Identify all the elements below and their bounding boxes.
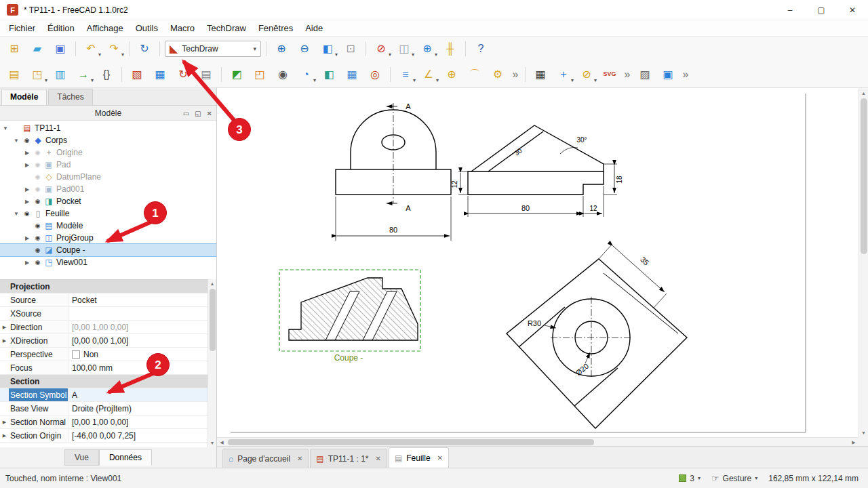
side-dim-width[interactable]: 80 — [521, 204, 530, 212]
front-view[interactable]: A A 80 — [336, 102, 451, 241]
tree-expander-icon[interactable]: ▼ — [1, 125, 9, 131]
tab-tp11-1[interactable]: ▤ TP11-1 : 1* ✕ — [310, 449, 387, 468]
visibility-eye-icon[interactable]: ◉ — [23, 137, 31, 144]
td-projection-group-button[interactable]: ▦ ▾ — [150, 65, 170, 84]
property-row-focus[interactable]: ▶ Focus 100,00 mm — [0, 361, 208, 375]
side-dim-step[interactable]: 12 — [589, 205, 597, 212]
tree-expander-icon[interactable]: ▶ — [23, 199, 31, 205]
td-toggle-frames-button[interactable]: ▦ ▾ — [530, 65, 551, 84]
scroll-up-icon[interactable]: ▲ — [859, 88, 868, 98]
section-view-label[interactable]: Coupe - — [334, 353, 363, 363]
clipping-plane-button[interactable]: ⊘ ▾ — [371, 39, 391, 58]
zoom-out-button[interactable]: ⊖ ▾ — [294, 39, 315, 58]
menu-edition[interactable]: Édition — [41, 21, 81, 35]
property-value[interactable]: [0,00 1,00 0,00] — [68, 321, 208, 333]
visibility-eye-icon[interactable]: ◉ — [34, 161, 41, 168]
scroll-down-icon[interactable]: ▼ — [859, 428, 868, 437]
td-detail-view-button[interactable]: ◔ ▾ — [296, 65, 316, 84]
td-customize-format-button[interactable]: ⚙ ▾ — [488, 65, 508, 84]
menu-affichage[interactable]: Affichage — [81, 21, 130, 35]
property-row-section-origin[interactable]: ▶ Section Origin [-46,00 0,00 7,25] — [0, 429, 208, 443]
tree-item-projgroup[interactable]: ▶ ◉ ◫ ProjGroup — [0, 232, 216, 244]
td-hatch-button[interactable]: ▨ ▾ — [635, 65, 655, 84]
tree-item-tp11-1[interactable]: ▼ ◉ ▤ TP11-1 — [0, 122, 216, 134]
tree-item-datumplane[interactable]: ◉ ◇ DatumPlane — [0, 171, 216, 183]
td-new-default-page-button[interactable]: ▤ ▾ — [4, 65, 24, 84]
menu-aide[interactable]: Aide — [299, 21, 329, 35]
property-row-source[interactable]: ▶ Source Pocket — [0, 293, 208, 307]
property-row-section-symbol[interactable]: ▶ Section Symbol A — [0, 388, 208, 402]
property-row-direction[interactable]: ▶ Direction [0,00 1,00 0,00] — [0, 321, 208, 334]
property-expand-icon[interactable]: ▶ — [0, 325, 9, 330]
style-selector[interactable]: 3 ▾ — [679, 474, 701, 483]
close-icon[interactable]: ✕ — [375, 455, 380, 462]
property-value[interactable]: [-46,00 0,00 7,25] — [68, 429, 208, 442]
close-icon[interactable]: ✕ — [297, 455, 302, 462]
visibility-eye-icon[interactable]: ◉ — [34, 235, 41, 241]
tab-page-accueil[interactable]: ⌂ Page d'accueil ✕ — [222, 449, 309, 468]
front-dim-width[interactable]: 80 — [389, 226, 397, 234]
tab-modele[interactable]: Modèle — [1, 89, 47, 105]
open-document-button[interactable]: ▰ ▾ — [27, 39, 47, 58]
tree-item-origine[interactable]: ▶ ◉ + Origine — [0, 146, 216, 159]
td-leader-line-button[interactable]: ⌒ ▾ — [465, 65, 485, 84]
tree-expander-icon[interactable]: ▶ — [23, 150, 31, 156]
auxiliary-view[interactable]: R30 Ø20 35 — [507, 245, 687, 428]
scrollbar-thumb[interactable] — [210, 289, 216, 351]
property-expand-icon[interactable]: ▶ — [0, 433, 9, 439]
property-value[interactable]: Droite (ProjItem) — [68, 402, 208, 415]
tree-item-feuille[interactable]: ▼ ◉ ▯ Feuille — [0, 207, 216, 220]
tree-item-pocket[interactable]: ▶ ◉ ◨ Pocket — [0, 195, 216, 207]
refresh-button[interactable]: ↻ ▾ — [134, 39, 155, 58]
property-row-xdirection[interactable]: ▶ XDirection [0,00 0,00 1,00] — [0, 334, 208, 348]
td-active-view-button[interactable]: ↻ ▾ — [173, 65, 193, 84]
td-3d-view-button[interactable]: ◧ ▾ — [319, 65, 339, 84]
magnifier-tools-button[interactable]: ⊕ ▾ — [417, 39, 437, 58]
measure-button[interactable]: ╫ ▾ — [440, 39, 460, 58]
zoom-box-button[interactable]: ⊡ ▾ — [340, 39, 361, 58]
menu-fichier[interactable]: Fichier — [3, 21, 41, 35]
tree-expander-icon[interactable]: ▶ — [23, 235, 31, 241]
close-icon[interactable]: ✕ — [437, 454, 443, 462]
property-row-xsource[interactable]: ▶ XSource — [0, 307, 208, 321]
whats-this-button[interactable]: ? ▾ — [471, 39, 491, 58]
save-button[interactable]: ▣ ▾ — [50, 39, 71, 58]
property-value[interactable]: [0,00 1,00 0,00] — [68, 415, 208, 428]
visibility-eye-icon[interactable]: ◉ — [34, 174, 41, 180]
texture-view-button[interactable]: ◫ ▾ — [394, 39, 414, 58]
menu-fenetres[interactable]: Fenêtres — [252, 21, 299, 35]
close-button[interactable]: ✕ — [837, 0, 868, 20]
visibility-eye-icon[interactable]: ◉ — [34, 149, 41, 156]
navigation-style-selector[interactable]: ☞ Gesture ▾ — [711, 473, 757, 483]
tab-vue[interactable]: Vue — [64, 449, 99, 466]
property-value[interactable]: Pocket — [68, 293, 208, 306]
side-dim-angle[interactable]: 30° — [576, 136, 587, 144]
drawing-sheet[interactable]: A A 80 12 1 — [224, 88, 852, 437]
td-annotation-braces-button[interactable]: {} ▾ — [96, 65, 117, 84]
td-export-page-button[interactable]: → ▾ — [73, 65, 94, 84]
td-image-extent-button[interactable]: ▣ ▾ — [658, 65, 678, 84]
property-value[interactable]: A — [68, 388, 208, 401]
td-insert-image-button[interactable]: ◉ ▾ — [273, 65, 293, 84]
menu-techdraw[interactable]: TechDraw — [201, 21, 252, 35]
minimize-button[interactable]: – — [774, 0, 806, 20]
section-view[interactable]: Coupe - — [279, 270, 420, 363]
property-value[interactable]: 100,00 mm — [68, 361, 208, 374]
td-print-button[interactable]: ▤ ▾ — [196, 65, 216, 84]
toolbar-overflow[interactable]: » ▾ — [681, 65, 690, 84]
visibility-eye-icon[interactable]: ◉ — [34, 186, 41, 192]
visibility-eye-icon[interactable]: ◉ — [34, 198, 41, 205]
tree-expander-icon[interactable]: ▶ — [23, 186, 31, 192]
td-clip-group-button[interactable]: ◰ ▾ — [250, 65, 270, 84]
tree-item-modele[interactable]: ◉ ▤ Modèle — [0, 220, 216, 232]
td-geometric-hatch-button[interactable]: ⊘ ▾ — [576, 65, 597, 84]
tree-expander-icon[interactable]: ▶ — [23, 260, 31, 266]
side-dim-thickness[interactable]: 12 — [451, 180, 458, 188]
side-view[interactable]: 12 18 30 30° 80 — [451, 125, 623, 217]
tab-feuille[interactable]: ▤ Feuille ✕ — [389, 447, 449, 468]
property-value[interactable]: [0,00 0,00 1,00] — [68, 334, 208, 347]
tree-expander-icon[interactable]: ▼ — [12, 138, 20, 144]
property-expand-icon[interactable]: ▶ — [0, 338, 9, 344]
vertical-scrollbar[interactable]: ▲ ▼ — [859, 88, 868, 437]
side-dim-slope[interactable]: 30 — [513, 146, 524, 157]
